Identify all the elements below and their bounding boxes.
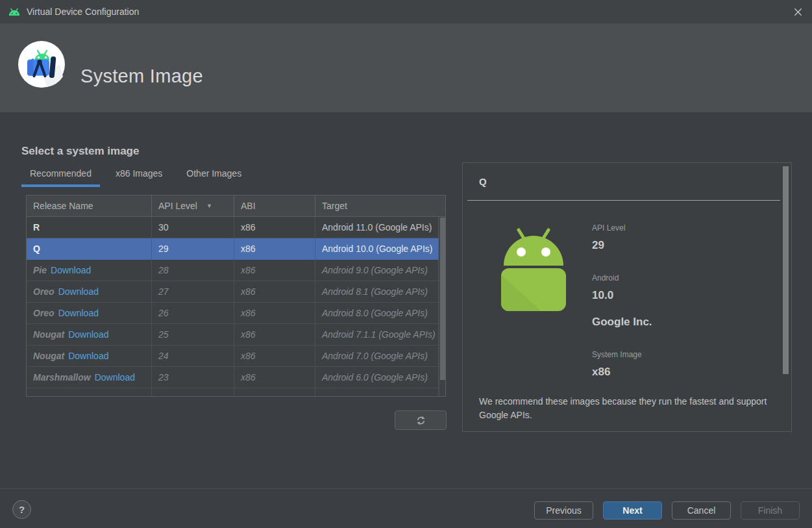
details-fields: API Level29Android10.0Google Inc.System … bbox=[592, 223, 652, 379]
table-scrollbar-thumb[interactable] bbox=[440, 218, 445, 380]
api-level-cell: 26 bbox=[152, 303, 234, 324]
column-header-abi[interactable]: ABI bbox=[234, 195, 315, 216]
target-cell: Android 8.1 (Google APIs) bbox=[315, 281, 439, 303]
footer-bar: ? PreviousNextCancelFinish bbox=[0, 488, 812, 528]
download-link[interactable]: Download bbox=[95, 372, 135, 383]
target-cell: Android 10.0 (Google APIs) bbox=[315, 238, 439, 260]
download-link[interactable]: Download bbox=[58, 308, 99, 318]
filler-cell bbox=[234, 388, 315, 397]
table-header: Release NameAPI Level▼ABITarget bbox=[27, 195, 445, 217]
release-name: Pie bbox=[33, 265, 47, 275]
table-row[interactable]: OreoDownload27x86Android 8.1 (Google API… bbox=[27, 281, 439, 303]
release-name-cell: R bbox=[27, 217, 152, 238]
android-robot-illustration bbox=[497, 223, 570, 312]
release-name-cell: PieDownload bbox=[27, 260, 152, 281]
column-header-api-level[interactable]: API Level▼ bbox=[152, 195, 234, 216]
release-name-cell: MarshmallowDownload bbox=[27, 367, 152, 388]
sort-desc-icon: ▼ bbox=[206, 203, 212, 209]
finish-button: Finish bbox=[741, 501, 800, 520]
android-head-icon bbox=[8, 8, 21, 16]
target-cell: Android 9.0 (Google APIs) bbox=[315, 260, 439, 281]
wizard-header: System Image bbox=[0, 23, 812, 112]
api-level-cell: 29 bbox=[152, 238, 234, 260]
table-body: R30x86Android 11.0 (Google APIs)Q29x86An… bbox=[27, 217, 439, 396]
table-scrollbar[interactable] bbox=[439, 217, 445, 396]
table-row[interactable]: NougatDownload25x86Android 7.1.1 (Google… bbox=[27, 324, 439, 346]
table-row[interactable]: MarshmallowDownload23x86Android 6.0 (Goo… bbox=[27, 367, 439, 388]
table-row[interactable]: PieDownload28x86Android 9.0 (Google APIs… bbox=[27, 260, 439, 281]
target-cell: Android 11.0 (Google APIs) bbox=[315, 217, 439, 238]
column-header-release-name[interactable]: Release Name bbox=[27, 195, 152, 216]
tab-recommended[interactable]: Recommended bbox=[21, 168, 100, 187]
refresh-icon bbox=[415, 414, 427, 427]
column-label: API Level bbox=[158, 201, 197, 211]
tab-x86-images[interactable]: x86 Images bbox=[107, 168, 171, 187]
help-icon: ? bbox=[19, 504, 25, 515]
column-header-target[interactable]: Target bbox=[315, 195, 445, 216]
page-title: System Image bbox=[80, 66, 203, 87]
release-name: Oreo bbox=[33, 308, 55, 318]
help-button[interactable]: ? bbox=[12, 500, 31, 519]
title-bar: Virtual Device Configuration bbox=[0, 0, 812, 23]
abi-cell: x86 bbox=[234, 238, 315, 260]
column-label: Release Name bbox=[33, 201, 93, 211]
recommendation-note: We recommend these images because they r… bbox=[479, 395, 774, 422]
tab-bar: Recommendedx86 ImagesOther Images bbox=[21, 168, 257, 187]
detail-value: 29 bbox=[592, 239, 652, 252]
release-name-cell: OreoDownload bbox=[27, 303, 152, 324]
column-label: ABI bbox=[241, 201, 256, 211]
table-row[interactable]: OreoDownload26x86Android 8.0 (Google API… bbox=[27, 303, 439, 324]
release-name-cell: NougatDownload bbox=[27, 324, 152, 346]
release-name: Marshmallow bbox=[33, 372, 91, 383]
abi-cell: x86 bbox=[234, 217, 315, 238]
target-cell: Android 6.0 (Google APIs) bbox=[315, 367, 439, 388]
release-name-cell: OreoDownload bbox=[27, 281, 152, 303]
close-icon bbox=[793, 7, 803, 17]
detail-label-android: Android bbox=[592, 273, 652, 283]
previous-button[interactable]: Previous bbox=[534, 501, 593, 520]
next-button[interactable]: Next bbox=[603, 501, 662, 520]
download-link[interactable]: Download bbox=[58, 286, 99, 297]
table-row[interactable]: R30x86Android 11.0 (Google APIs) bbox=[27, 217, 439, 238]
abi-cell: x86 bbox=[234, 303, 315, 324]
download-link[interactable]: Download bbox=[51, 265, 91, 275]
filler-cell bbox=[27, 388, 152, 397]
panel-divider bbox=[467, 200, 780, 201]
api-level-cell: 28 bbox=[152, 260, 234, 281]
filler-cell bbox=[315, 388, 439, 397]
release-name: Q bbox=[33, 244, 40, 254]
table-row[interactable]: NougatDownload24x86Android 7.0 (Google A… bbox=[27, 346, 439, 367]
detail-value: 10.0 bbox=[592, 289, 652, 302]
download-link[interactable]: Download bbox=[68, 351, 108, 361]
api-level-cell: 30 bbox=[152, 217, 234, 238]
abi-cell: x86 bbox=[234, 281, 315, 303]
refresh-button[interactable] bbox=[395, 410, 447, 430]
release-name: R bbox=[33, 222, 40, 233]
release-name: Oreo bbox=[33, 286, 55, 297]
filler-cell bbox=[152, 388, 234, 397]
selected-release-title: Q bbox=[479, 176, 487, 187]
api-level-cell: 23 bbox=[152, 367, 234, 388]
android-studio-avd-icon bbox=[18, 41, 65, 88]
target-cell: Android 7.0 (Google APIs) bbox=[315, 346, 439, 367]
detail-value: Google Inc. bbox=[592, 316, 652, 329]
release-name-cell: NougatDownload bbox=[27, 346, 152, 367]
abi-cell: x86 bbox=[234, 324, 315, 346]
details-panel: Q API Level29Android10.0Google Inc.Syste… bbox=[462, 162, 792, 432]
abi-cell: x86 bbox=[234, 260, 315, 281]
column-label: Target bbox=[322, 201, 347, 211]
detail-label-system-image: System Image bbox=[592, 350, 652, 359]
api-level-cell: 25 bbox=[152, 324, 234, 346]
download-link[interactable]: Download bbox=[68, 329, 108, 340]
tab-other-images[interactable]: Other Images bbox=[178, 168, 250, 187]
target-cell: Android 7.1.1 (Google APIs) bbox=[315, 324, 439, 346]
detail-label-api-level: API Level bbox=[592, 223, 652, 233]
footer-buttons: PreviousNextCancelFinish bbox=[534, 501, 800, 520]
close-button[interactable] bbox=[792, 6, 804, 18]
window-title: Virtual Device Configuration bbox=[27, 6, 139, 17]
table-row[interactable]: Q29x86Android 10.0 (Google APIs) bbox=[27, 238, 439, 260]
panel-scrollbar-thumb[interactable] bbox=[783, 166, 789, 374]
cancel-button[interactable]: Cancel bbox=[672, 501, 731, 520]
table-filler-row bbox=[27, 388, 439, 397]
api-level-cell: 24 bbox=[152, 346, 234, 367]
